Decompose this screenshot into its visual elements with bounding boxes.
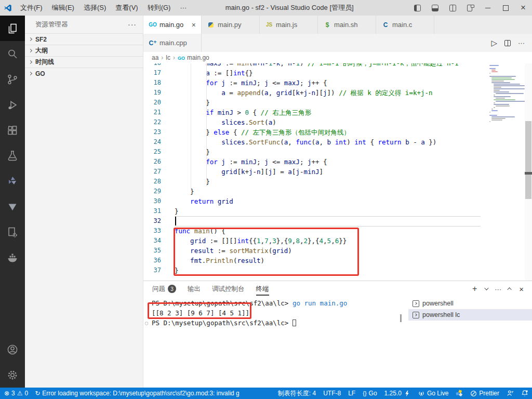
code-line-31[interactable]: 31} <box>143 206 532 216</box>
activity-bar-testing[interactable] <box>0 143 25 168</box>
code-line-19[interactable]: 19 a = append(a, grid[k+j-n][j]) // 根据 k… <box>143 88 532 98</box>
code-editor[interactable]: 16 maxJ := min(m+n-1-k, n-1) // i=m-1 的时… <box>143 63 532 281</box>
status-encoding[interactable]: UTF-8 <box>320 388 344 399</box>
breadcrumb-item-main.go[interactable]: GOmain.go <box>178 54 209 61</box>
new-terminal-icon[interactable]: + <box>472 284 477 294</box>
activity-bar-source-control[interactable] <box>0 66 25 92</box>
split-editor-icon[interactable] <box>504 40 511 46</box>
activity-bar-go-extension[interactable] <box>0 168 25 194</box>
code-line-26[interactable]: 26 for j := minJ; j <= maxJ; j++ { <box>143 157 532 167</box>
current-line-highlight <box>175 216 481 227</box>
close-tab-icon[interactable]: × <box>187 21 196 29</box>
activity-bar-run-and-debug[interactable] <box>0 92 25 117</box>
fold-area <box>161 98 175 108</box>
status-tab-size[interactable]: 制表符长度: 4 <box>274 388 320 399</box>
code-line-25[interactable]: 25 } <box>143 147 532 157</box>
fold-area <box>161 226 175 236</box>
terminal-line[interactable]: ○PS D:\mysetup\gopath\src\sf2\aa\lc> <box>152 318 408 328</box>
terminal-dropdown-icon[interactable] <box>484 286 488 290</box>
minimap[interactable] <box>489 63 524 123</box>
scrollbar-thumb[interactable] <box>525 121 531 199</box>
code-line-27[interactable]: 27 grid[k+j-n][j] = a[j-minJ] <box>143 167 532 177</box>
workspace-error-message[interactable]: ↻ Error loading workspace: D:\mysetup\go… <box>31 388 243 399</box>
maximize-panel-icon[interactable] <box>508 287 512 291</box>
status-extension[interactable] <box>452 388 467 399</box>
status-go-live[interactable]: Go Live <box>414 388 452 399</box>
tab-main.js[interactable]: JSmain.js <box>260 16 318 34</box>
tab-main.py[interactable]: main.py <box>202 16 260 34</box>
status-prettier[interactable]: Prettier <box>467 388 503 399</box>
toggle-panel-icon[interactable] <box>426 0 444 16</box>
status-go-version[interactable]: 1.25.0 <box>381 388 414 399</box>
editor-more-icon[interactable]: ··· <box>518 39 525 47</box>
code-line-28[interactable]: 28 } <box>143 177 532 187</box>
code-line-22[interactable]: 22 slices.Sort(a) <box>143 117 532 127</box>
toggle-sidebar-icon[interactable] <box>408 0 426 16</box>
menu-item-3[interactable]: 查看(V) <box>111 0 142 16</box>
minimap-line <box>491 109 493 110</box>
minimap-line <box>494 95 495 96</box>
minimize-button[interactable]: ─ <box>479 0 497 16</box>
minimap-line <box>491 116 515 117</box>
activity-bar-settings[interactable] <box>0 362 25 388</box>
activity-bar-code-runner[interactable] <box>0 219 25 245</box>
sidebar-section-sf2[interactable]: SF2 <box>25 33 143 45</box>
terminal-list-item[interactable]: powershell <box>408 298 532 309</box>
activity-bar-search[interactable] <box>0 41 25 66</box>
problems-status[interactable]: ⊗ 3 ⚠ 0 <box>4 388 29 399</box>
activity-bar-triangle-extension[interactable] <box>0 194 25 219</box>
code-line-21[interactable]: 21 if minJ > 0 { // 右上角三角形 <box>143 108 532 117</box>
menu-item-1[interactable]: 编辑(E) <box>47 0 79 16</box>
activity-bar-docker[interactable] <box>0 245 25 270</box>
panel-tab-label: 终端 <box>256 285 269 294</box>
fold-area <box>161 137 175 147</box>
panel-tab-调试控制台[interactable]: 调试控制台 <box>212 281 245 297</box>
activity-bar-account[interactable] <box>0 337 25 362</box>
sidebar-section-时间线[interactable]: 时间线 <box>25 56 143 68</box>
status-feedback[interactable] <box>503 388 517 399</box>
activity-bar-extensions[interactable] <box>0 117 25 143</box>
code-line-18[interactable]: 18 for j := minJ; j <= maxJ; j++ { <box>143 78 532 88</box>
status-eol[interactable]: LF <box>344 388 359 399</box>
pinwheel-icon <box>456 390 463 397</box>
close-window-button[interactable]: × <box>514 0 532 16</box>
customize-layout-icon[interactable] <box>461 0 479 16</box>
tab-main.c[interactable]: Cmain.c <box>376 16 434 34</box>
terminal-scrollbar-thumb[interactable] <box>400 314 402 322</box>
code-line-24[interactable]: 24 slices.SortFunc(a, func(a, b int) int… <box>143 137 532 147</box>
panel-tab-问题[interactable]: 问题3 <box>152 281 176 297</box>
menu-item-5[interactable]: ··· <box>175 0 191 16</box>
sidebar-section-大纲[interactable]: 大纲 <box>25 45 143 56</box>
tab-main.sh[interactable]: $main.sh <box>318 16 376 34</box>
close-panel-icon[interactable]: × <box>519 285 524 294</box>
code-text: } else { // 左下角三角形（包括中间对角线） <box>175 127 350 137</box>
terminal-list-item[interactable]: powershell lc <box>408 309 532 321</box>
code-line-16[interactable]: 16 maxJ := min(m+n-1-k, n-1) // i=m-1 的时… <box>143 63 532 68</box>
activity-bar-explorer[interactable] <box>0 16 25 41</box>
menu-item-4[interactable]: 转到(G) <box>143 0 176 16</box>
sidebar-section-go[interactable]: GO <box>25 68 143 79</box>
code-line-17[interactable]: 17 a := []int{} <box>143 68 532 78</box>
code-line-29[interactable]: 29 } <box>143 187 532 196</box>
status-language[interactable]: {}Go <box>359 388 380 399</box>
code-line-30[interactable]: 30 return grid <box>143 196 532 206</box>
minimap-line <box>494 104 509 105</box>
panel-tab-输出[interactable]: 输出 <box>188 281 201 297</box>
panel-more-icon[interactable]: ··· <box>495 285 501 293</box>
menu-item-2[interactable]: 选择(S) <box>79 0 111 16</box>
code-line-23[interactable]: 23 } else { // 左下角三角形（包括中间对角线） <box>143 127 532 137</box>
panel-tab-终端[interactable]: 终端 <box>256 281 269 297</box>
run-button-icon[interactable]: ▷ <box>491 38 497 48</box>
editor-scrollbar[interactable] <box>525 63 532 281</box>
code-line-20[interactable]: 20 } <box>143 98 532 108</box>
maximize-button[interactable] <box>497 0 514 16</box>
split-editor-layout-icon[interactable] <box>444 0 461 16</box>
menu-item-0[interactable]: 文件(F) <box>16 0 47 16</box>
fold-area <box>161 68 175 78</box>
sidebar-more-icon[interactable]: ··· <box>128 20 137 29</box>
tab-main.go[interactable]: GOmain.go× <box>143 16 202 34</box>
tab-main.cpp[interactable]: C⁺main.cpp <box>143 34 202 52</box>
status-notifications[interactable] <box>517 388 532 399</box>
breadcrumb-item-lc[interactable]: lc <box>166 54 170 61</box>
breadcrumb-item-aa[interactable]: aa <box>152 54 158 61</box>
